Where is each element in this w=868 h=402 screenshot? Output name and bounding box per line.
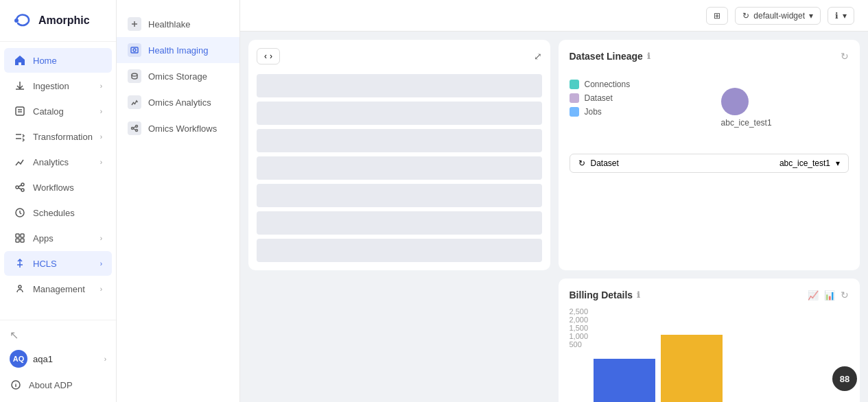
widget-label: default-widget xyxy=(753,11,805,21)
logo-text: Amorphic xyxy=(38,14,90,27)
avatar: AQ xyxy=(10,350,27,368)
dataset-chevron-icon: ▾ xyxy=(836,158,840,168)
bar-1 xyxy=(257,74,542,97)
billing-title: Billing Details ℹ xyxy=(570,289,641,300)
sub-item-omics-workflows[interactable]: Omics Workflows xyxy=(117,115,239,141)
about-adp[interactable]: About ADP xyxy=(0,373,116,397)
legend-dataset: Dataset xyxy=(570,93,631,103)
lineage-node xyxy=(721,88,749,115)
dataset-selector[interactable]: ↻ Dataset abc_ice_test1 ▾ xyxy=(570,154,849,173)
health-imaging-icon xyxy=(128,43,141,57)
sidebar-item-ingestion[interactable]: Ingestion › xyxy=(4,73,112,98)
svg-point-13 xyxy=(133,49,136,51)
dataset-label: Dataset xyxy=(585,93,613,103)
lineage-node-label: abc_ice_test1 xyxy=(721,118,772,128)
bar-6 xyxy=(257,211,542,235)
sidebar-item-workflows[interactable]: Workflows xyxy=(4,175,112,200)
chevron-down-icon: ▾ xyxy=(809,11,813,21)
bar-5 xyxy=(257,184,542,207)
billing-chart: 2,500 2,000 1,500 1,000 500 xyxy=(570,307,849,402)
management-icon xyxy=(14,283,26,295)
chevron-right-icon: › xyxy=(270,51,272,61)
sidebar-item-management[interactable]: Management › xyxy=(4,276,112,301)
sub-item-omics-storage[interactable]: Omics Storage xyxy=(117,63,239,89)
analytics-icon xyxy=(14,156,26,168)
jobs-dot xyxy=(570,107,579,117)
chevron-management: › xyxy=(100,285,102,293)
svg-point-16 xyxy=(136,126,138,128)
lineage-info-icon: ℹ xyxy=(647,51,650,61)
sub-item-healthlake[interactable]: Healthlake xyxy=(117,11,239,37)
svg-point-10 xyxy=(19,285,21,288)
sidebar-item-transformation[interactable]: Transformation › xyxy=(4,124,112,149)
bar-yellow xyxy=(661,335,723,402)
sidebar-label-catalog: Catalog xyxy=(33,106,64,117)
y-axis: 2,500 2,000 1,500 1,000 500 xyxy=(570,307,594,348)
chart-bars xyxy=(594,307,723,402)
user-profile[interactable]: AQ aqa1 › xyxy=(0,344,116,373)
sidebar-item-apps[interactable]: Apps › xyxy=(4,226,112,250)
sidebar-item-catalog[interactable]: Catalog › xyxy=(4,99,112,123)
sidebar-label-transformation: Transformation xyxy=(33,132,93,142)
blue-bar-fill xyxy=(594,359,655,402)
sidebar-label-home: Home xyxy=(33,56,57,66)
topbar: ⊞ ↻ default-widget ▾ ℹ ▾ xyxy=(240,0,868,32)
sidebar-label-hcls: HCLS xyxy=(33,259,57,269)
help-badge[interactable]: 88 xyxy=(832,366,857,391)
y-label-2000: 2,000 xyxy=(570,316,589,324)
svg-point-17 xyxy=(136,130,138,132)
info-button[interactable]: ℹ ▾ xyxy=(828,7,854,25)
lineage-title-text: Dataset Lineage xyxy=(570,51,643,62)
billing-refresh-icon[interactable]: ↻ xyxy=(841,289,849,300)
sidebar-label-schedules: Schedules xyxy=(33,208,75,218)
expand-button[interactable]: ⤢ xyxy=(534,51,542,62)
chevron-analytics: › xyxy=(100,158,102,166)
healthlake-label: Healthlake xyxy=(148,19,190,29)
sub-item-omics-analytics[interactable]: Omics Analytics xyxy=(117,89,239,115)
sidebar-label-ingestion: Ingestion xyxy=(33,81,69,91)
jobs-label: Jobs xyxy=(585,107,602,117)
hcls-icon xyxy=(14,257,26,270)
dataset-selector-value: abc_ice_test1 xyxy=(779,158,830,168)
topbar-actions: ⊞ ↻ default-widget ▾ ℹ ▾ xyxy=(706,7,854,25)
svg-point-4 xyxy=(21,189,24,191)
sidebar: Amorphic Home Ingestion › xyxy=(0,0,117,402)
chevron-info-icon: ▾ xyxy=(843,11,847,21)
filter-dropdown[interactable]: ‹ › xyxy=(257,48,280,64)
y-label-1500: 1,500 xyxy=(570,324,589,332)
svg-rect-6 xyxy=(16,234,19,237)
refresh-small-icon: ↻ xyxy=(742,11,749,21)
user-area: ↖ AQ aqa1 › About ADP xyxy=(0,320,116,402)
billing-header: Billing Details ℹ 📈 📊 ↻ xyxy=(570,289,849,300)
apps-icon xyxy=(14,232,26,244)
dataset-lineage-card: Dataset Lineage ℹ ↻ Connections Dataset xyxy=(559,40,860,270)
billing-title-text: Billing Details xyxy=(570,289,633,300)
dashboard-content: ‹ › ⤢ Dataset Lineage ℹ ↻ xyxy=(240,32,868,402)
chevron-apps: › xyxy=(100,235,102,242)
sidebar-item-home[interactable]: Home xyxy=(4,48,112,73)
omics-storage-icon xyxy=(128,69,141,83)
omics-workflows-icon xyxy=(128,121,141,135)
connections-label: Connections xyxy=(585,80,631,89)
sidebar-item-analytics[interactable]: Analytics › xyxy=(4,150,112,174)
bar-7 xyxy=(257,239,542,262)
svg-point-14 xyxy=(132,73,137,76)
legend-jobs: Jobs xyxy=(570,107,631,117)
sidebar-label-apps: Apps xyxy=(33,233,54,244)
sidebar-item-schedules[interactable]: Schedules xyxy=(4,200,112,225)
chevron-user: › xyxy=(104,355,106,363)
yellow-bar-fill xyxy=(661,335,723,402)
bar-blue xyxy=(594,359,655,402)
layout-toggle-button[interactable]: ⊞ xyxy=(706,7,728,25)
svg-rect-9 xyxy=(21,239,24,242)
sub-item-health-imaging[interactable]: Health Imaging xyxy=(117,37,239,63)
lineage-refresh-icon[interactable]: ↻ xyxy=(841,51,849,62)
omics-analytics-label: Omics Analytics xyxy=(148,97,211,108)
info-circle-icon xyxy=(10,379,22,391)
chevron-hcls: › xyxy=(100,260,102,268)
sidebar-item-hcls[interactable]: HCLS › xyxy=(4,251,112,276)
sidebar-label-analytics: Analytics xyxy=(33,157,69,167)
widget-selector-button[interactable]: ↻ default-widget ▾ xyxy=(735,7,821,25)
filter-row: ‹ › ⤢ xyxy=(257,48,542,64)
bar-3 xyxy=(257,129,542,152)
